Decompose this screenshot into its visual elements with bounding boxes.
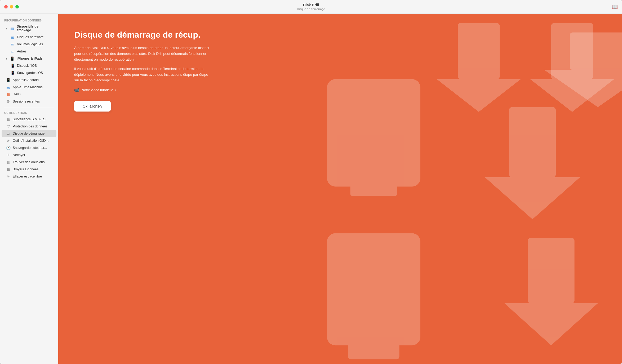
content-title: Disque de démarrage de récup.: [74, 30, 212, 40]
erase-icon: ✳: [6, 174, 11, 179]
sidebar-item-dispositifs-stockage[interactable]: ▾ 🖴 Dispositifs de stockage: [2, 23, 56, 33]
sidebar-item-sessions-recentes[interactable]: ⚙ Sessions récentes: [2, 98, 56, 105]
duplicate-icon: ▦: [6, 160, 11, 164]
iphone-icon: 📱: [10, 56, 15, 61]
app-title: Disk Drill: [297, 3, 325, 7]
cta-button[interactable]: Ok, allons-y: [74, 101, 111, 112]
volume-icon: 🖴: [10, 42, 15, 46]
sidebar-item-effacer-espace[interactable]: ✳ Effacer espace libre: [2, 173, 56, 180]
svg-rect-12: [570, 33, 622, 70]
sidebar-item-dispositif-ios[interactable]: 📱 Dispositif iOS: [2, 62, 56, 69]
chevron-down-icon: ▾: [6, 57, 7, 60]
sidebar-item-surveillance[interactable]: ▦ Surveillance S.M.A.R.T.: [2, 116, 56, 123]
sidebar-item-volumes-logiques[interactable]: 🖴 Volumes logiques: [2, 41, 56, 48]
svg-rect-0: [458, 23, 500, 79]
app-window: Disk Drill Disque de démarrage 📖 Récupér…: [0, 0, 622, 364]
install-tool-icon: ⊗: [6, 139, 11, 143]
sidebar-item-label: Autres: [17, 50, 26, 53]
sidebar-item-raid[interactable]: ▦ RAID: [2, 91, 56, 98]
deco-mid-arrow: [485, 107, 580, 219]
sidebar-item-broyeur[interactable]: ▦ Broyeur Données: [2, 166, 56, 173]
svg-rect-9: [348, 341, 399, 359]
svg-marker-7: [485, 177, 580, 219]
chevron-right-icon: ›: [115, 88, 116, 91]
ios-backup-icon: 📱: [10, 71, 15, 75]
sidebar-item-protection[interactable]: 🛡 Protection des données: [2, 123, 56, 130]
sidebar-item-label: Nettoyer: [13, 153, 25, 157]
clean-icon: ✛: [6, 153, 11, 157]
deco-svg: [312, 14, 622, 364]
sidebar-item-label: Appareils Android: [13, 78, 39, 82]
sidebar-item-label: Trouver des doublons: [13, 160, 45, 164]
sidebar-item-disque-demarrage[interactable]: 🖴 Disque de démarrage: [2, 130, 56, 137]
sidebar-item-label: Disques hardware: [17, 35, 44, 39]
sidebar-item-time-machine[interactable]: 🖴 Apple Time Machine: [2, 84, 56, 91]
titlebar: Disk Drill Disque de démarrage 📖: [0, 0, 622, 14]
deco-device-bottom: [327, 233, 420, 359]
content-body: À partir de Disk Drill 4, vous n'avez pl…: [74, 45, 212, 83]
sessions-icon: ⚙: [6, 99, 11, 104]
sidebar-item-label: Effacer espace libre: [13, 175, 42, 178]
other-icon: 🖴: [10, 49, 15, 54]
sidebar-item-disques-hardware[interactable]: 🖴 Disques hardware: [2, 34, 56, 41]
sidebar-section-tools: Outils extras: [0, 109, 58, 116]
sidebar-item-label: iPhones & iPads: [17, 57, 43, 60]
video-link-text: Notre vidéo tutorielle: [82, 88, 113, 92]
maximize-button[interactable]: [15, 5, 19, 8]
main-layout: Récupération données ▾ 🖴 Dispositifs de …: [0, 14, 622, 364]
smart-icon: ▦: [6, 117, 11, 121]
sidebar-item-outil-installation[interactable]: ⊗ Outil d'installation OSX...: [2, 137, 56, 144]
minimize-button[interactable]: [10, 5, 13, 8]
background-decoration: [312, 14, 622, 364]
titlebar-actions: 📖: [612, 4, 618, 10]
sidebar-item-android[interactable]: 📱 Appareils Android: [2, 77, 56, 83]
app-subtitle: Disque de démarrage: [297, 7, 325, 11]
deco-device-top: [327, 79, 420, 196]
close-button[interactable]: [4, 5, 8, 8]
sidebar-item-sauvegarde-octet[interactable]: 🕐 Sauvegarde octet par...: [2, 144, 56, 151]
raid-icon: ▦: [6, 92, 11, 96]
svg-rect-5: [350, 182, 397, 196]
chevron-down-icon: ▾: [6, 27, 7, 30]
sidebar-section-recovery: Récupération données: [0, 17, 58, 23]
boot-disk-icon: 🖴: [6, 131, 11, 136]
video-tutorial-link[interactable]: 📹 Notre vidéo tutorielle ›: [74, 87, 212, 92]
help-icon[interactable]: 📖: [612, 4, 618, 10]
sidebar-item-label: Disque de démarrage: [13, 132, 45, 135]
time-machine-icon: 🖴: [6, 85, 11, 89]
svg-rect-4: [327, 79, 420, 187]
content-area: Disque de démarrage de récup. À partir d…: [58, 14, 622, 364]
sidebar-item-label: Surveillance S.M.A.R.T.: [13, 117, 47, 121]
sidebar-item-label: RAID: [13, 92, 21, 96]
content-paragraph1: À partir de Disk Drill 4, vous n'avez pl…: [74, 45, 212, 62]
sidebar: Récupération données ▾ 🖴 Dispositifs de …: [0, 14, 58, 364]
sidebar-item-sauvegardes-ios[interactable]: 📱 Sauvegardes iOS: [2, 69, 56, 76]
svg-marker-1: [437, 79, 521, 112]
traffic-lights: [4, 5, 19, 8]
disk-icon: 🖴: [10, 35, 15, 39]
deco-bottom-arrow: [504, 238, 598, 345]
sidebar-item-autres[interactable]: 🖴 Autres: [2, 48, 56, 55]
shield-icon: 🛡: [6, 124, 11, 128]
sidebar-item-label: Apple Time Machine: [13, 85, 43, 89]
content-card: Disque de démarrage de récup. À partir d…: [74, 30, 212, 112]
sidebar-item-label: Dispositif iOS: [17, 64, 37, 68]
sidebar-item-label: Broyeur Données: [13, 167, 38, 171]
sidebar-item-label: Dispositifs de stockage: [17, 25, 52, 32]
sidebar-item-label: Sessions récentes: [13, 100, 40, 103]
content-paragraph2: Il vous suffit d'exécuter une certaine c…: [74, 66, 212, 83]
sidebar-item-label: Sauvegarde octet par...: [13, 146, 47, 150]
video-icon: 📹: [74, 87, 79, 92]
ios-device-icon: 📱: [10, 64, 15, 68]
titlebar-info: Disk Drill Disque de démarrage: [297, 3, 325, 11]
sidebar-item-iphones-ipads[interactable]: ▾ 📱 iPhones & iPads: [2, 55, 56, 62]
sidebar-item-label: Volumes logiques: [17, 42, 43, 46]
svg-rect-8: [327, 233, 420, 345]
sidebar-item-label: Protection des données: [13, 125, 47, 128]
sidebar-item-label: Sauvegardes iOS: [17, 71, 43, 75]
svg-marker-11: [504, 303, 598, 345]
android-icon: 📱: [6, 78, 11, 82]
sidebar-item-nettoyer[interactable]: ✛ Nettoyer: [2, 152, 56, 158]
sidebar-item-label: Outil d'installation OSX...: [13, 139, 49, 143]
sidebar-item-doublons[interactable]: ▦ Trouver des doublons: [2, 159, 56, 166]
